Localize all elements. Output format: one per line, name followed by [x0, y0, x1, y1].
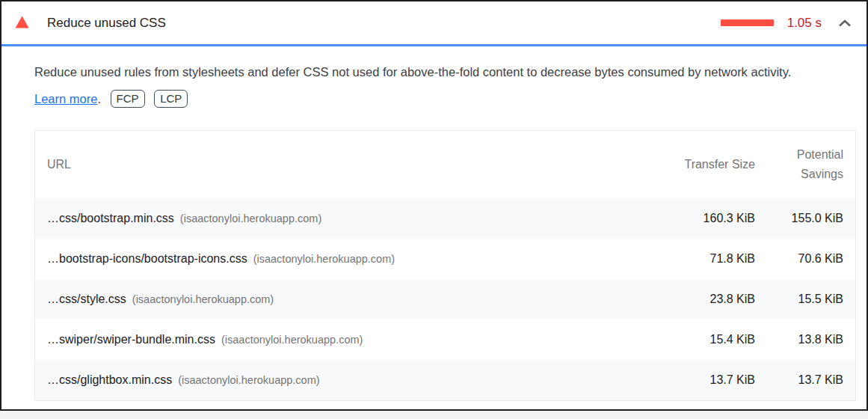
potential-savings-cell: 15.5 KiB	[767, 279, 855, 319]
table-header-row: URL Transfer Size Potential Savings	[35, 131, 855, 198]
url-path: …css/bootstrap.min.css	[47, 212, 174, 224]
table-row: …swiper/swiper-bundle.min.css(isaactonyl…	[35, 319, 855, 360]
url-path: …swiper/swiper-bundle.min.css	[47, 333, 215, 346]
url-cell: …swiper/swiper-bundle.min.css(isaactonyl…	[35, 319, 647, 360]
column-header-url: URL	[35, 131, 647, 198]
column-header-potential-savings: Potential Savings	[767, 131, 855, 198]
potential-savings-cell: 155.0 KiB	[767, 198, 855, 239]
audit-description: Reduce unused rules from stylesheets and…	[34, 58, 793, 112]
opportunity-table-container: URL Transfer Size Potential Savings …css…	[34, 130, 856, 401]
url-domain: (isaactonyloi.herokuapp.com)	[132, 293, 274, 305]
table-row: …css/glightbox.min.css(isaactonyloi.hero…	[35, 360, 855, 400]
url-cell: …css/style.css(isaactonyloi.herokuapp.co…	[35, 279, 647, 319]
audit-header[interactable]: Reduce unused CSS 1.05 s	[1, 1, 867, 46]
audit-header-right: 1.05 s	[721, 16, 852, 31]
metric-chip-fcp: FCP	[111, 90, 145, 108]
audit-panel: Reduce unused CSS 1.05 s Reduce unused r…	[0, 0, 868, 411]
table-row: …bootstrap-icons/bootstrap-icons.css(isa…	[35, 239, 855, 279]
url-domain: (isaactonyloi.herokuapp.com)	[221, 334, 363, 346]
column-header-transfer-size: Transfer Size	[647, 131, 767, 198]
transfer-size-cell: 15.4 KiB	[647, 319, 767, 360]
url-path: …css/glightbox.min.css	[47, 373, 172, 386]
url-domain: (isaactonyloi.herokuapp.com)	[180, 212, 321, 224]
transfer-size-cell: 13.7 KiB	[647, 360, 767, 400]
url-path: …bootstrap-icons/bootstrap-icons.css	[47, 252, 247, 265]
url-cell: …css/bootstrap.min.css(isaactonyloi.hero…	[35, 198, 647, 239]
table-row: …css/bootstrap.min.css(isaactonyloi.hero…	[35, 198, 855, 239]
url-domain: (isaactonyloi.herokuapp.com)	[178, 374, 319, 386]
opportunity-table: URL Transfer Size Potential Savings …css…	[35, 131, 855, 400]
audit-title: Reduce unused CSS	[47, 16, 166, 31]
url-path: …css/style.css	[47, 293, 126, 305]
table-row: …css/style.css(isaactonyloi.herokuapp.co…	[35, 279, 855, 319]
url-cell: …bootstrap-icons/bootstrap-icons.css(isa…	[35, 239, 647, 279]
potential-savings-cell: 13.7 KiB	[767, 360, 855, 400]
description-period: .	[97, 92, 101, 105]
transfer-size-cell: 160.3 KiB	[647, 198, 767, 239]
description-text: Reduce unused rules from stylesheets and…	[34, 65, 791, 79]
display-value: 1.05 s	[787, 16, 822, 31]
learn-more-link[interactable]: Learn more	[34, 92, 97, 105]
url-domain: (isaactonyloi.herokuapp.com)	[253, 253, 395, 265]
url-cell: …css/glightbox.min.css(isaactonyloi.hero…	[35, 360, 647, 400]
chevron-up-icon[interactable]	[838, 19, 852, 27]
potential-savings-cell: 70.6 KiB	[767, 239, 855, 279]
transfer-size-cell: 23.8 KiB	[647, 279, 767, 319]
metric-chip-lcp: LCP	[154, 90, 188, 108]
transfer-size-cell: 71.8 KiB	[647, 239, 767, 279]
potential-savings-cell: 13.8 KiB	[767, 319, 855, 360]
warning-triangle-icon	[15, 16, 29, 28]
savings-sparkline-bar	[721, 19, 774, 26]
